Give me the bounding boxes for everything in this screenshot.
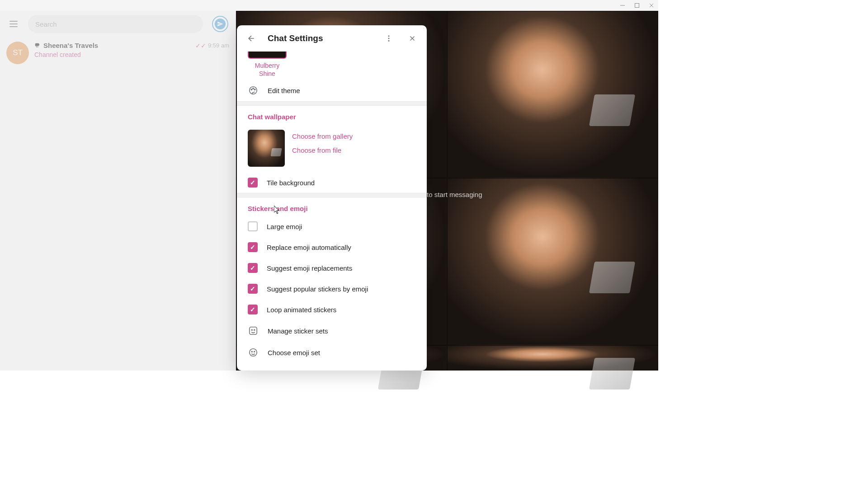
chat-time-label: 9:59 am xyxy=(208,42,229,49)
svg-point-12 xyxy=(255,89,255,90)
replace-emoji-checkbox[interactable]: Replace emoji automatically xyxy=(237,237,427,258)
theme-name-label: Mulberry Shine xyxy=(248,61,287,78)
window-titlebar xyxy=(0,0,658,11)
chat-name-label: Sheena's Travels xyxy=(43,42,98,49)
sticker-icon xyxy=(248,325,259,336)
choose-emoji-button[interactable]: Choose emoji set xyxy=(237,342,427,363)
emoji-icon xyxy=(248,347,259,358)
palette-icon xyxy=(248,85,259,96)
loop-stickers-label: Loop animated stickers xyxy=(267,306,336,314)
minimize-button[interactable] xyxy=(619,2,626,9)
edit-theme-button[interactable]: Edit theme xyxy=(237,80,427,101)
svg-point-17 xyxy=(251,352,252,352)
chat-list-item[interactable]: ST Sheena's Travels ✓✓ 9:59 am Channel c… xyxy=(0,37,236,69)
tile-bg-label: Tile background xyxy=(267,179,315,187)
svg-point-14 xyxy=(251,330,252,331)
sidebar: Search ST Sheena's Travels xyxy=(0,11,236,371)
loop-stickers-checkbox[interactable]: Loop animated stickers xyxy=(237,299,427,320)
checkbox-checked-icon xyxy=(248,284,258,294)
svg-point-18 xyxy=(254,352,255,352)
read-checkmarks-icon: ✓✓ xyxy=(195,42,206,49)
replace-emoji-label: Replace emoji automatically xyxy=(267,244,351,251)
checkbox-checked-icon xyxy=(248,178,258,188)
close-button[interactable] xyxy=(405,31,420,46)
send-icon[interactable] xyxy=(212,16,228,32)
manage-stickers-label: Manage sticker sets xyxy=(268,327,328,335)
suggest-stickers-label: Suggest popular stickers by emoji xyxy=(267,285,368,293)
choose-from-gallery-button[interactable]: Choose from gallery xyxy=(292,132,353,140)
checkbox-checked-icon xyxy=(248,305,258,314)
back-button[interactable] xyxy=(244,31,259,46)
svg-point-5 xyxy=(388,38,390,39)
more-menu-button[interactable] xyxy=(382,31,396,46)
chat-preview: Channel created xyxy=(34,51,229,58)
large-emoji-checkbox[interactable]: Large emoji xyxy=(237,216,427,237)
tile-background-checkbox[interactable]: Tile background xyxy=(237,172,427,193)
stickers-section-title: Stickers and emoji xyxy=(237,197,427,216)
svg-point-4 xyxy=(388,35,390,37)
megaphone-icon xyxy=(34,42,41,49)
edit-theme-label: Edit theme xyxy=(268,87,300,94)
theme-preview[interactable]: Mulberry Shine xyxy=(237,52,427,80)
avatar: ST xyxy=(6,42,29,64)
svg-point-15 xyxy=(254,330,255,331)
suggest-emoji-checkbox[interactable]: Suggest emoji replacements xyxy=(237,258,427,278)
checkbox-checked-icon xyxy=(248,263,258,273)
wallpaper-section-title: Chat wallpaper xyxy=(237,106,427,124)
choose-emoji-label: Choose emoji set xyxy=(268,349,320,357)
chat-settings-modal: Chat Settings Mulberry Shine Edit theme … xyxy=(237,25,427,371)
wallpaper-preview[interactable] xyxy=(248,130,285,167)
svg-point-10 xyxy=(251,89,252,90)
svg-rect-1 xyxy=(635,4,639,8)
close-window-button[interactable] xyxy=(648,2,655,9)
svg-point-16 xyxy=(250,349,257,357)
modal-title: Chat Settings xyxy=(268,33,373,43)
svg-point-11 xyxy=(253,88,254,89)
menu-icon[interactable] xyxy=(5,15,23,33)
choose-from-file-button[interactable]: Choose from file xyxy=(292,146,353,154)
suggest-stickers-checkbox[interactable]: Suggest popular stickers by emoji xyxy=(237,278,427,299)
large-emoji-label: Large emoji xyxy=(267,223,302,230)
svg-rect-13 xyxy=(250,327,257,335)
checkbox-checked-icon xyxy=(248,242,258,252)
maximize-button[interactable] xyxy=(634,2,640,9)
search-input[interactable]: Search xyxy=(28,15,203,33)
svg-point-6 xyxy=(388,40,390,42)
suggest-emoji-label: Suggest emoji replacements xyxy=(267,264,352,272)
checkbox-unchecked-icon xyxy=(248,221,258,231)
manage-stickers-button[interactable]: Manage sticker sets xyxy=(237,320,427,342)
